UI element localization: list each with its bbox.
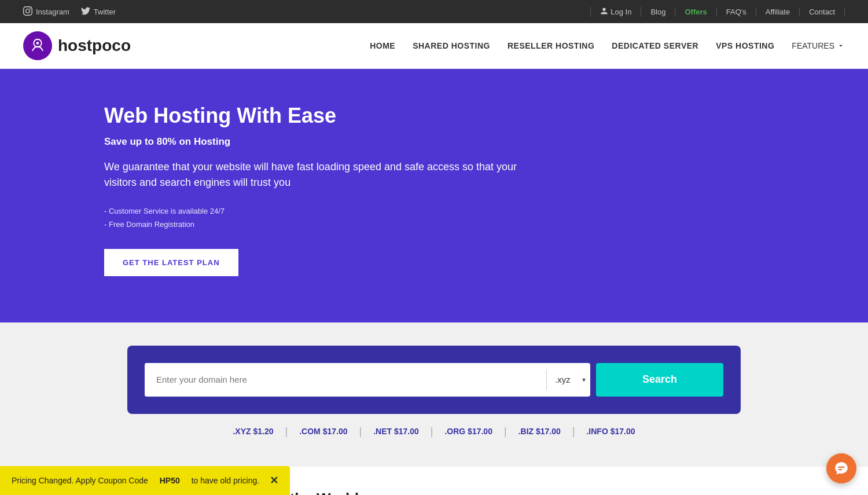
domain-search-box: .xyz .com .net .org .biz .info ▾ Search bbox=[127, 346, 741, 414]
offers-label: Offers bbox=[685, 8, 707, 16]
chat-bubble[interactable] bbox=[826, 453, 856, 483]
nav-shared-hosting[interactable]: SHARED HOSTING bbox=[413, 41, 490, 50]
nav-reseller-hosting[interactable]: RESELLER HOSTING bbox=[507, 41, 594, 50]
pricing-org: .ORG $17.00 bbox=[433, 427, 504, 436]
nav-vps-hosting[interactable]: VPS HOSTING bbox=[716, 41, 774, 50]
cookie-bar: Pricing Changed. Apply Coupon Code HP50 … bbox=[0, 466, 290, 495]
cookie-text-after: to have old pricing. bbox=[192, 476, 260, 485]
user-icon bbox=[600, 7, 608, 17]
faq-link[interactable]: FAQ's bbox=[717, 8, 756, 16]
instagram-icon bbox=[23, 6, 32, 17]
hero-subtitle: Save up to 80% on Hosting bbox=[104, 136, 845, 148]
top-bar-nav: Log In Blog Offers FAQ's Affiliate Conta… bbox=[590, 7, 845, 17]
pricing-biz: .BIZ $17.00 bbox=[507, 427, 572, 436]
instagram-label: Instagram bbox=[36, 8, 69, 16]
cookie-code: HP50 bbox=[160, 476, 180, 485]
nav-home[interactable]: HOME bbox=[370, 41, 395, 50]
cookie-close-button[interactable]: ✕ bbox=[270, 474, 278, 487]
blog-link[interactable]: Blog bbox=[641, 8, 675, 16]
offers-link[interactable]: Offers bbox=[675, 8, 716, 16]
pricing-com: .COM $17.00 bbox=[288, 427, 359, 436]
select-chevron-icon: ▾ bbox=[582, 376, 586, 384]
logo-text: hostpoco bbox=[58, 36, 131, 55]
hero-description: We guarantee that your website will have… bbox=[104, 159, 521, 190]
domain-section: .xyz .com .net .org .biz .info ▾ Search … bbox=[0, 322, 868, 467]
twitter-label: Twitter bbox=[94, 8, 116, 16]
pricing-net: .NET $17.00 bbox=[362, 427, 431, 436]
hero-feature-2: - Free Domain Registration bbox=[104, 218, 845, 231]
nav-features[interactable]: FEATURES bbox=[792, 41, 845, 50]
login-link[interactable]: Log In bbox=[590, 7, 641, 17]
extension-wrapper: .xyz .com .net .org .biz .info ▾ bbox=[547, 375, 590, 384]
contact-link[interactable]: Contact bbox=[800, 8, 845, 16]
top-bar-social-links: Instagram Twitter bbox=[23, 6, 116, 17]
nav-dedicated-server[interactable]: DEDICATED SERVER bbox=[612, 41, 698, 50]
affiliate-label: Affiliate bbox=[766, 8, 790, 16]
affiliate-link[interactable]: Affiliate bbox=[756, 8, 800, 16]
cookie-text-before: Pricing Changed. Apply Coupon Code bbox=[12, 476, 148, 485]
domain-pricing-strip: .XYZ $1.20 | .COM $17.00 | .NET $17.00 |… bbox=[127, 414, 741, 443]
domain-search-button[interactable]: Search bbox=[596, 363, 723, 397]
main-nav: HOME SHARED HOSTING RESELLER HOSTING DED… bbox=[370, 41, 845, 50]
domain-search-input[interactable] bbox=[145, 363, 546, 397]
svg-point-1 bbox=[36, 42, 39, 45]
chevron-down-icon bbox=[837, 42, 845, 50]
hero-cta-button[interactable]: GET THE LATEST PLAN bbox=[104, 249, 238, 276]
domain-input-wrapper: .xyz .com .net .org .biz .info ▾ bbox=[145, 363, 590, 397]
chat-icon bbox=[834, 461, 849, 476]
instagram-link[interactable]: Instagram bbox=[23, 6, 69, 17]
hero-title: Web Hosting With Ease bbox=[104, 104, 845, 128]
login-label: Log In bbox=[610, 8, 631, 16]
blog-label: Blog bbox=[650, 8, 665, 16]
pricing-xyz: .XYZ $1.20 bbox=[221, 427, 285, 436]
map-container: 🇺🇸 🇺🇸 🇬🇧 🇳🇱 🇩🇪 🇫🇷 🇦🇹 🇨🇳 bbox=[451, 490, 764, 495]
logo-icon bbox=[23, 31, 52, 60]
map-lines-svg bbox=[451, 490, 764, 495]
main-header: hostpoco HOME SHARED HOSTING RESELLER HO… bbox=[0, 23, 868, 69]
pricing-info: .INFO $17.00 bbox=[575, 427, 646, 436]
logo-link[interactable]: hostpoco bbox=[23, 31, 131, 60]
top-bar: Instagram Twitter Log In Blog Offers FAQ… bbox=[0, 0, 868, 23]
hero-feature-1: - Customer Service is available 24/7 bbox=[104, 204, 845, 218]
hero-features: - Customer Service is available 24/7 - F… bbox=[104, 204, 845, 232]
twitter-icon bbox=[81, 6, 90, 17]
contact-label: Contact bbox=[809, 8, 835, 16]
features-label: FEATURES bbox=[792, 41, 834, 50]
twitter-link[interactable]: Twitter bbox=[81, 6, 116, 17]
faq-label: FAQ's bbox=[726, 8, 746, 16]
hero-section: Web Hosting With Ease Save up to 80% on … bbox=[0, 69, 868, 322]
domain-extension-select[interactable]: .xyz .com .net .org .biz .info bbox=[547, 375, 582, 384]
data-centres-map: 🇺🇸 🇺🇸 🇬🇧 🇳🇱 🇩🇪 🇫🇷 🇦🇹 🇨🇳 bbox=[451, 490, 764, 495]
